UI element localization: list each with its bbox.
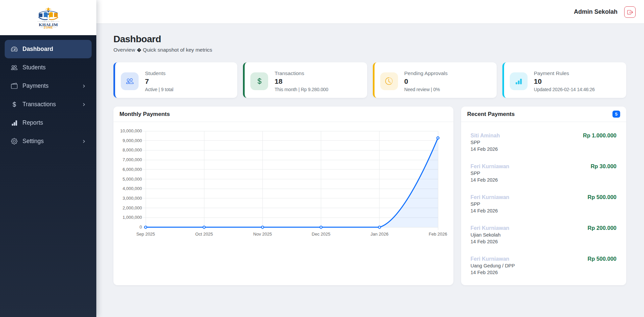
svg-text:4,000,000: 4,000,000 [122,186,142,191]
svg-text:Nov 2025: Nov 2025 [253,232,272,237]
svg-text:Sep 2025: Sep 2025 [136,232,155,237]
svg-text:9,000,000: 9,000,000 [122,138,142,143]
svg-text:7,000,000: 7,000,000 [122,157,142,162]
svg-text:Oct 2025: Oct 2025 [195,232,213,237]
svg-text:ZONE: ZONE [44,26,53,29]
svg-text:5,000,000: 5,000,000 [122,177,142,182]
svg-text:10,000,000: 10,000,000 [120,128,142,133]
svg-text:2,000,000: 2,000,000 [122,205,142,210]
svg-text:Jan 2026: Jan 2026 [370,232,389,237]
svg-text:0: 0 [140,225,142,230]
svg-text:Feb 2026: Feb 2026 [429,232,447,237]
svg-text:6,000,000: 6,000,000 [122,167,142,172]
svg-text:8,000,000: 8,000,000 [122,147,142,152]
svg-text:Dec 2025: Dec 2025 [312,232,331,237]
svg-text:3,000,000: 3,000,000 [122,196,142,201]
svg-text:1,000,000: 1,000,000 [122,215,142,220]
